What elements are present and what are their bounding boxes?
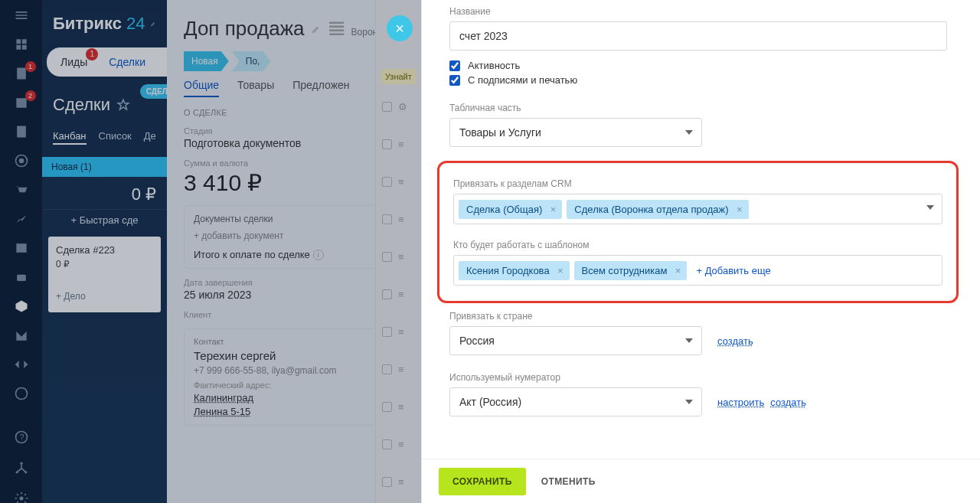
list-row[interactable]: ≡ (382, 251, 407, 263)
chevron-down-icon[interactable] (926, 205, 934, 210)
svg-rect-2 (17, 275, 26, 281)
drag-icon: ≡ (398, 176, 404, 188)
list-row[interactable]: ≡ (382, 326, 407, 338)
code-icon[interactable] (13, 357, 30, 372)
numerator-label: Используемый нумератор (449, 372, 949, 383)
docs-total-row: Итого к оплате по сделкеi (194, 249, 403, 260)
numerator-select[interactable]: Акт (Россия) (449, 387, 702, 416)
add-document-link[interactable]: + добавить документ (194, 230, 403, 241)
drag-icon: ≡ (398, 251, 404, 263)
pencil-icon[interactable] (150, 18, 156, 30)
numerator-create-link[interactable]: создать (770, 397, 806, 408)
m-icon[interactable] (13, 328, 30, 343)
deal-card-title: Сделка #223 (56, 244, 153, 256)
brand: Битрикс24 (42, 0, 167, 41)
svg-point-6 (20, 462, 22, 465)
chart-icon[interactable] (13, 211, 30, 227)
add-more-link[interactable]: + Добавить еще (691, 265, 770, 276)
tab-leads: Лиды1 (60, 56, 87, 68)
stamp-checkbox[interactable]: С подписями и печатью (449, 74, 949, 86)
users-input[interactable]: Ксения Городкова× Всем сотрудникам× + До… (453, 255, 942, 286)
crm-sections-label: Привязать к разделам CRM (453, 178, 942, 189)
highlight-box: Привязать к разделам CRM Сделка (Общая)×… (437, 161, 959, 303)
view-switch[interactable]: Канбан Список Де (42, 121, 167, 148)
gear-icon[interactable] (13, 490, 30, 503)
docs-header: Документы сделки (194, 214, 403, 224)
drag-icon: ≡ (398, 326, 404, 338)
numerator-setup-link[interactable]: настроить (717, 397, 764, 408)
robot-icon[interactable] (13, 269, 30, 285)
box-icon[interactable] (13, 299, 30, 314)
drag-icon: ≡ (398, 289, 404, 300)
crm-tag: Сделка (Воронка отдела продаж)× (567, 200, 748, 219)
gear-icon: ⚙ (398, 101, 407, 113)
contact-street: Ленина 5-15 (194, 406, 250, 417)
remove-tag-icon[interactable]: × (675, 265, 681, 276)
list-row[interactable]: ≡ (382, 214, 407, 225)
user-tag: Всем сотрудникам× (574, 261, 688, 280)
menu-icon[interactable] (13, 8, 30, 23)
list-row[interactable]: ≡ (382, 139, 407, 150)
list-row[interactable]: ⚙ (382, 101, 407, 113)
view-more: Де (144, 130, 156, 145)
template-modal: Название Активность С подписями и печать… (421, 0, 980, 503)
tab-deals: Сделки (109, 56, 145, 68)
calendar-icon[interactable]: 2 (13, 95, 30, 110)
remove-tag-icon[interactable]: × (557, 265, 564, 276)
help-icon[interactable]: ? (13, 429, 30, 446)
contact-fact-label: Фактический адрес: (194, 381, 403, 390)
deal-title: Доп продажа (184, 17, 305, 41)
remove-tag-icon[interactable]: × (550, 204, 557, 215)
crm-tabs[interactable]: Лиды1 Сделки (47, 47, 167, 77)
users-label: Кто будет работать с шаблоном (453, 240, 942, 250)
drag-icon: ≡ (398, 139, 404, 150)
target-icon[interactable] (13, 153, 30, 168)
modal-footer: СОХРАНИТЬ ОТМЕНИТЬ (422, 459, 980, 503)
sidebar: Битрикс24 Лиды1 Сделки СДЕЛКА Сделки Кан… (42, 0, 167, 503)
deal-card[interactable]: Сделка #223 0 ₽ + Дело (48, 237, 161, 312)
contact-label: Контакт (194, 337, 403, 346)
table-label: Табличная часть (449, 103, 949, 113)
save-button[interactable]: СОХРАНИТЬ (439, 468, 526, 495)
list-row[interactable]: ≡ (382, 176, 407, 188)
boxes-icon[interactable] (13, 37, 30, 52)
country-select[interactable]: Россия (449, 326, 702, 355)
cancel-button[interactable]: ОТМЕНИТЬ (541, 476, 596, 487)
active-checkbox[interactable]: Активность (449, 60, 949, 71)
country-create-link[interactable]: создать (717, 335, 753, 347)
cart-icon[interactable] (13, 182, 30, 198)
table-select[interactable]: Товары и Услуги (449, 118, 702, 147)
pencil-icon[interactable] (311, 24, 322, 34)
close-icon[interactable]: × (387, 15, 413, 41)
sitemap-icon[interactable] (13, 459, 30, 476)
info-icon[interactable]: i (313, 250, 324, 260)
deal-card-add: + Дело (56, 291, 153, 302)
learn-banner[interactable]: Узнайт (381, 69, 416, 84)
remove-tag-icon[interactable]: × (737, 204, 743, 215)
left-rail: 1 2 ? (0, 0, 42, 503)
building-icon[interactable] (13, 124, 30, 139)
checklist-strip: Узнайт ⚙ ≡ ≡ ≡ ≡ ≡ ≡ ≡ ≡ ≡ ≡ (375, 0, 421, 503)
svg-point-9 (19, 497, 23, 501)
contact-phone: +7 999 666-55-88, ilya@gmail.com (194, 365, 403, 376)
list-row[interactable]: ≡ (382, 476, 407, 488)
tab-offers: Предложен (292, 79, 349, 97)
tab-general: Общие (184, 79, 219, 97)
name-input[interactable] (449, 21, 947, 51)
section-title: Сделки (42, 77, 167, 121)
star-icon[interactable] (116, 98, 130, 112)
list-row[interactable]: ≡ (382, 289, 407, 300)
contact-name: Терехин сергей (194, 349, 403, 362)
crm-tag: Сделка (Общая)× (459, 200, 562, 219)
list-row[interactable]: ≡ (382, 439, 407, 450)
deal-card-amount: 0 ₽ (56, 259, 153, 269)
quick-deal-button[interactable]: + Быстрая сде (42, 209, 167, 230)
crm-sections-input[interactable]: Сделка (Общая)× Сделка (Воронка отдела п… (453, 194, 942, 224)
contact-icon[interactable] (13, 240, 30, 256)
list-row[interactable]: ≡ (382, 401, 407, 413)
list-row[interactable]: ≡ (382, 364, 407, 375)
notes-icon[interactable]: 1 (13, 66, 30, 81)
svg-point-3 (15, 388, 27, 400)
contact-city: Калининград (194, 392, 253, 403)
check-circle-icon[interactable] (13, 386, 30, 401)
